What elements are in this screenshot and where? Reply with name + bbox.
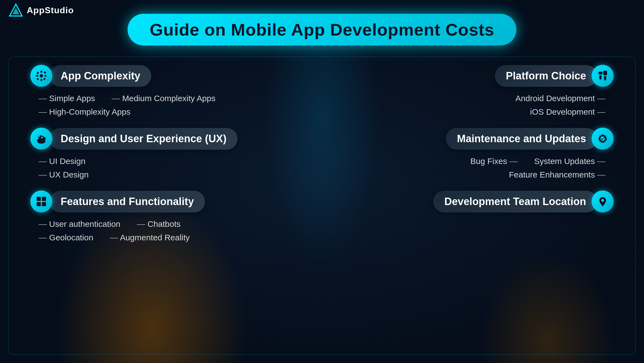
app-complexity-icon-circle [30,65,52,87]
svg-rect-14 [42,197,46,201]
svg-rect-20 [604,76,606,80]
maintenance-row-2: Feature Enhancements [470,170,605,179]
geolocation: Geolocation [39,233,93,242]
simple-apps: Simple Apps [39,94,95,103]
maintenance-label: Maintenance and Updates [446,128,597,150]
dev-team-label: Development Team Location [433,191,597,213]
svg-rect-5 [41,79,42,81]
platform-row-2: iOS Development [515,107,605,117]
app-complexity-row-1: Simple Apps Medium Complexity Apps [39,94,306,103]
app-complexity-label: App Complexity [50,65,151,87]
platform-choice-items: Android Development iOS Development [515,94,614,117]
svg-rect-19 [603,71,607,75]
features-label: Features and Functionality [50,191,205,213]
bug-fixes: Bug Fixes [470,157,518,166]
maintenance-row-1: Bug Fixes System Updates [470,157,605,166]
svg-point-3 [40,74,43,77]
logo-text: AppStudio [27,5,74,15]
features-row-1: User authentication Chatbots [39,219,306,229]
design-ux-row-2: UX Design [39,170,306,179]
main-container: Guide on Mobile App Development Costs [8,8,636,355]
ios-development: iOS Development [530,107,605,117]
check-gear-icon [597,133,608,144]
svg-rect-16 [42,202,46,206]
maintenance-icon-circle [592,128,614,150]
svg-rect-6 [36,75,38,77]
platform-row-1: Android Development [515,94,605,103]
platform-choice-header: Platform Choice [339,65,614,87]
design-ux-header: Design and User Experience (UX) [30,128,306,150]
maintenance-label-text: Maintenance and Updates [457,133,586,144]
design-ux-row-1: UI Design [39,157,306,166]
section-platform-choice: Platform Choice [339,65,614,117]
svg-rect-18 [599,75,602,79]
dev-team-header: Development Team Location [339,190,614,213]
dev-team-icon-circle [592,190,614,213]
page-title: Guide on Mobile App Development Costs [150,20,494,39]
system-updates: System Updates [534,157,605,166]
location-pin-icon [597,196,608,207]
app-complexity-header: App Complexity [30,65,306,87]
platform-icon [597,70,608,81]
android-development: Android Development [515,94,605,103]
app-complexity-items: Simple Apps Medium Complexity Apps High-… [30,94,306,117]
gear-settings-icon [36,70,47,81]
section-features: Features and Functionality User authenti… [30,190,306,242]
chatbots: Chatbots [137,219,180,229]
svg-rect-15 [37,202,41,206]
design-ux-label: Design and User Experience (UX) [50,128,238,150]
feature-enhancements: Feature Enhancements [509,170,605,179]
high-complexity-apps: High-Complexity Apps [39,107,130,117]
svg-rect-13 [37,197,41,201]
augmented-reality: Augmented Reality [110,233,190,242]
app-complexity-row-2: High-Complexity Apps [39,107,306,117]
maintenance-header: Maintenance and Updates [339,128,614,150]
appstudio-logo-icon [8,3,23,18]
design-ux-label-text: Design and User Experience (UX) [61,133,227,144]
svg-rect-4 [41,71,42,73]
ux-design: UX Design [39,170,89,179]
maintenance-items: Bug Fixes System Updates Feature Enhance… [470,157,614,179]
content-area: App Complexity Simple Apps Medium Comple… [8,57,636,355]
section-app-complexity: App Complexity Simple Apps Medium Comple… [30,65,306,117]
section-design-ux: Design and User Experience (UX) UI Desig… [30,128,306,179]
platform-choice-label-text: Platform Choice [506,70,586,82]
app-complexity-label-text: App Complexity [61,70,140,82]
svg-rect-7 [44,75,47,77]
svg-point-24 [601,199,604,202]
hand-touch-icon [36,133,47,144]
features-icon-circle [30,190,52,213]
features-items: User authentication Chatbots Geolocation… [30,219,306,242]
user-authentication: User authentication [39,219,120,229]
right-column: Platform Choice [322,57,636,355]
platform-choice-label: Platform Choice [495,65,597,87]
design-ux-items: UI Design UX Design [30,157,306,179]
design-ux-icon-circle [30,128,52,150]
section-maintenance: Maintenance and Updates Bug Fixes System… [339,128,614,179]
features-header: Features and Functionality [30,190,306,213]
left-column: App Complexity Simple Apps Medium Comple… [8,57,322,355]
svg-point-12 [41,137,43,138]
title-banner: Guide on Mobile App Development Costs [128,14,516,45]
logo: AppStudio [8,3,74,18]
ui-design: UI Design [39,157,85,166]
medium-complexity-apps: Medium Complexity Apps [112,94,215,103]
svg-rect-17 [599,72,602,74]
dev-team-label-text: Development Team Location [444,196,586,207]
features-label-text: Features and Functionality [61,196,194,207]
grid-icon [36,196,47,207]
section-dev-team: Development Team Location [339,190,614,219]
platform-choice-icon-circle [592,65,614,87]
features-row-2: Geolocation Augmented Reality [39,233,306,242]
